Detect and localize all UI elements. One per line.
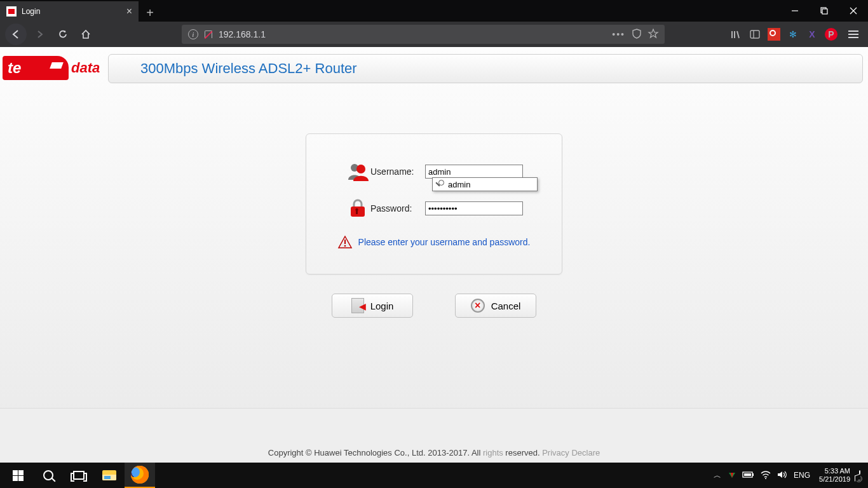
- firefox-taskbar-button[interactable]: [125, 463, 155, 488]
- language-indicator[interactable]: ENG: [794, 471, 810, 480]
- bookmark-star-icon[interactable]: [648, 29, 658, 41]
- login-button[interactable]: Login: [332, 294, 413, 318]
- svg-point-14: [355, 208, 358, 211]
- tracking-protection-icon[interactable]: [632, 29, 642, 41]
- svg-rect-2: [822, 9, 827, 14]
- copyright-pre: Copyright © Huawei Technologies Co., Ltd…: [268, 448, 483, 458]
- user-icon: [345, 162, 370, 181]
- tray-overflow-button[interactable]: ︿: [714, 470, 721, 481]
- browser-tab[interactable]: Login ×: [0, 1, 139, 22]
- svg-point-11: [356, 165, 365, 173]
- url-text: 192.168.1.1: [219, 29, 266, 39]
- svg-rect-18: [752, 473, 754, 476]
- folder-icon: [102, 470, 116, 480]
- insecure-connection-icon: [203, 29, 214, 39]
- warning-icon: [338, 236, 352, 248]
- svg-rect-19: [744, 473, 751, 476]
- forward-button[interactable]: [31, 25, 50, 44]
- app-menu-button[interactable]: [844, 30, 863, 38]
- address-bar[interactable]: i 192.168.1.1 •••: [182, 25, 665, 44]
- svg-line-7: [737, 31, 739, 38]
- clock-date: 5/21/2019: [819, 475, 850, 484]
- window-close-button[interactable]: [839, 0, 868, 22]
- login-button-label: Login: [370, 301, 394, 311]
- clock-time: 5:33 AM: [819, 467, 850, 475]
- tab-close-icon[interactable]: ×: [126, 6, 132, 17]
- windows-logo-icon: [13, 470, 24, 481]
- taskview-icon: [73, 471, 85, 480]
- window-minimize-button[interactable]: [780, 0, 810, 22]
- cancel-button-label: Cancel: [491, 301, 521, 311]
- extension-pinterest-icon[interactable]: P: [825, 28, 837, 41]
- tab-bar: Login × +: [0, 0, 868, 22]
- cancel-button[interactable]: × Cancel: [455, 294, 536, 318]
- window-maximize-button[interactable]: [810, 0, 839, 22]
- login-panel: Username: admin: [306, 133, 562, 274]
- tab-title: Login: [22, 7, 126, 16]
- login-prompt: Please enter your username and password.: [358, 237, 531, 247]
- username-label: Username:: [370, 166, 425, 177]
- page-content: te data 300Mbps Wireless ADSL2+ Router U…: [0, 47, 868, 463]
- file-explorer-button[interactable]: [94, 463, 125, 488]
- logo-mark-text: te: [8, 59, 21, 77]
- copyright-rights: rights: [483, 448, 503, 458]
- taskbar-search-button[interactable]: [33, 463, 64, 488]
- privacy-link[interactable]: Privacy Declare: [542, 448, 600, 458]
- extension-gear-icon[interactable]: ✻: [787, 28, 799, 41]
- windows-taskbar: ︿ ENG 5:33 AM 5/21/2019 1: [0, 463, 868, 488]
- password-input[interactable]: [425, 201, 523, 215]
- password-label: Password:: [370, 203, 425, 214]
- tray-app-icon[interactable]: [728, 470, 736, 481]
- search-icon: [43, 470, 53, 480]
- firefox-icon: [131, 466, 149, 484]
- svg-point-16: [344, 245, 346, 247]
- username-autocomplete[interactable]: admin: [432, 177, 538, 191]
- username-input[interactable]: [425, 165, 523, 179]
- volume-icon[interactable]: [777, 470, 787, 481]
- product-title-bar: 300Mbps Wireless ADSL2+ Router: [108, 54, 863, 83]
- tab-favicon: [6, 6, 17, 17]
- site-info-icon[interactable]: i: [188, 29, 198, 39]
- reload-button[interactable]: [53, 25, 72, 44]
- lock-icon: [345, 199, 370, 218]
- wifi-icon[interactable]: [761, 470, 771, 481]
- page-footer: Copyright © Huawei Technologies Co., Ltd…: [0, 408, 868, 463]
- start-button[interactable]: [3, 463, 33, 488]
- clock[interactable]: 5:33 AM 5/21/2019: [817, 467, 853, 484]
- nav-bar: i 192.168.1.1 ••• ✻ X P: [0, 22, 868, 47]
- page-actions-icon[interactable]: •••: [612, 29, 625, 39]
- svg-point-20: [765, 478, 766, 479]
- extension-x-icon[interactable]: X: [806, 28, 818, 41]
- cancel-icon: ×: [471, 299, 485, 313]
- new-tab-button[interactable]: +: [141, 4, 159, 22]
- system-tray: ︿ ENG 5:33 AM 5/21/2019 1: [714, 467, 865, 484]
- sidebar-icon[interactable]: [749, 28, 761, 41]
- svg-rect-8: [750, 30, 759, 38]
- extension-ublock-icon[interactable]: [768, 28, 780, 41]
- copyright-post: reserved.: [503, 448, 542, 458]
- brand-logo: te data: [3, 52, 104, 84]
- home-button[interactable]: [76, 25, 95, 44]
- library-icon[interactable]: [729, 28, 742, 41]
- notification-icon: 1: [859, 470, 860, 480]
- task-view-button[interactable]: [64, 463, 94, 488]
- autocomplete-text: admin: [448, 180, 470, 189]
- product-title: 300Mbps Wireless ADSL2+ Router: [140, 60, 357, 77]
- notification-badge: 1: [855, 475, 862, 482]
- login-icon: [351, 298, 364, 313]
- battery-icon[interactable]: [743, 470, 754, 480]
- key-icon: [435, 180, 444, 189]
- notifications-button[interactable]: 1: [859, 471, 860, 480]
- autocomplete-item[interactable]: admin: [433, 178, 537, 191]
- logo-sub-text: data: [71, 60, 100, 76]
- back-button[interactable]: [5, 24, 27, 45]
